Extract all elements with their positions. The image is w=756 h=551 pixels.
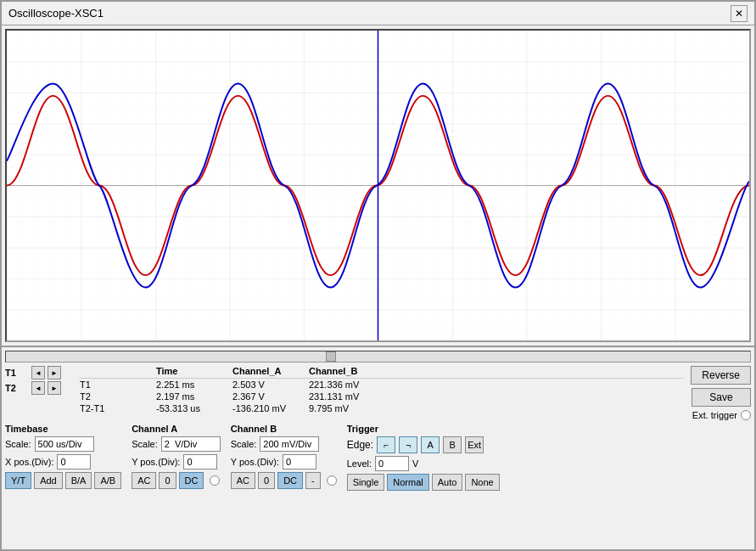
cha-scale-label: Scale: [132, 439, 158, 449]
trigger-group: Trigger Edge: ⌐ ¬ A B Ext Level: V Singl… [347, 424, 500, 491]
channel-a-title: Channel A [132, 424, 221, 434]
measurements-table: Time Channel_A Channel_B T1 2.251 ms 2.5… [80, 366, 684, 420]
oscilloscope-window: Oscilloscope-XSC1 ✕ [0, 0, 756, 551]
cursor-t1-right[interactable]: ► [48, 366, 61, 380]
trigger-title: Trigger [347, 424, 500, 434]
trigger-edge-row: Edge: ⌐ ¬ A B Ext [347, 436, 500, 453]
cursor-t2-right[interactable]: ► [48, 381, 61, 395]
timebase-title: Timebase [5, 424, 121, 434]
cha-scale-row: Scale: [132, 436, 221, 452]
t2-cha: 2.367 V [232, 391, 309, 402]
oscilloscope-screen [5, 29, 751, 342]
save-button[interactable]: Save [692, 388, 751, 407]
chb-dc-btn[interactable]: DC [277, 472, 303, 489]
chb-minus-btn[interactable]: - [305, 472, 321, 489]
waveform-display [7, 31, 749, 340]
close-button[interactable]: ✕ [731, 5, 748, 22]
cha-dc-btn[interactable]: DC [179, 472, 204, 489]
channel-b-group: Channel B Scale: Y pos.(Div): AC 0 DC - [231, 424, 337, 489]
controls-row: Timebase Scale: X pos.(Div): Y/T Add B/A… [5, 424, 751, 491]
cursors-panel: T1 ◄ ► T2 ◄ ► [5, 366, 73, 420]
channel-a-group: Channel A Scale: Y pos.(Div): AC 0 DC [132, 424, 221, 489]
meas-row-t1: T1 2.251 ms 2.503 V 221.336 mV [80, 379, 684, 391]
header-empty [80, 366, 156, 376]
timebase-modes: Y/T Add B/A A/B [5, 472, 121, 489]
timebase-group: Timebase Scale: X pos.(Div): Y/T Add B/A… [5, 424, 121, 489]
scrollbar[interactable] [5, 351, 751, 363]
timebase-ab-btn[interactable]: A/B [94, 472, 121, 489]
chb-scale-row: Scale: [231, 436, 337, 452]
t2-label: T2 [80, 391, 156, 402]
timebase-add-btn[interactable]: Add [34, 472, 63, 489]
reverse-button[interactable]: Reverse [691, 366, 751, 385]
cha-radio[interactable] [210, 475, 220, 486]
cha-ypos-row: Y pos.(Div): [132, 454, 221, 469]
cha-0-btn[interactable]: 0 [159, 472, 176, 489]
cha-ypos-label: Y pos.(Div): [132, 457, 180, 467]
timebase-scale-row: Scale: [5, 436, 121, 452]
cursor-t1-label: T1 [5, 368, 29, 378]
t1-time: 2.251 ms [156, 380, 232, 390]
cha-coupling: AC 0 DC [132, 472, 221, 489]
meas-row-t2: T2 2.197 ms 2.367 V 231.131 mV [80, 391, 684, 402]
window-title: Oscilloscope-XSC1 [8, 7, 104, 20]
trigger-edge-label: Edge: [347, 439, 373, 451]
cha-ac-btn[interactable]: AC [132, 472, 156, 489]
t2-time: 2.197 ms [156, 391, 232, 402]
trigger-level-label: Level: [347, 458, 372, 469]
scrollbar-thumb[interactable] [326, 351, 336, 362]
chb-0-btn[interactable]: 0 [258, 472, 275, 489]
t2t1-label: T2-T1 [80, 403, 156, 413]
cha-scale-input[interactable] [161, 436, 221, 452]
meas-header: Time Channel_A Channel_B [80, 366, 684, 379]
timebase-xpos-input[interactable] [57, 454, 91, 469]
trigger-falling-btn[interactable]: ¬ [399, 436, 417, 453]
timebase-scale-input[interactable] [35, 436, 94, 452]
trigger-none-btn[interactable]: None [465, 474, 499, 491]
t2t1-chb: 9.795 mV [309, 403, 385, 413]
trigger-src-b-btn[interactable]: B [443, 436, 462, 453]
chb-radio[interactable] [327, 475, 337, 486]
header-cha: Channel_A [232, 366, 309, 376]
cursor-t2-row: T2 ◄ ► [5, 381, 73, 395]
chb-scale-input[interactable] [260, 436, 319, 452]
trigger-rising-btn[interactable]: ⌐ [377, 436, 395, 453]
timebase-scale-label: Scale: [5, 439, 31, 449]
trigger-level-input[interactable] [375, 456, 409, 471]
measurements-row: T1 ◄ ► T2 ◄ ► Time Channel_A Channel_B [5, 366, 751, 420]
cursor-t2-left[interactable]: ◄ [31, 381, 45, 395]
chb-ypos-row: Y pos.(Div): [231, 454, 337, 469]
channel-b-title: Channel B [231, 424, 337, 434]
ext-trigger-row: Ext. trigger [692, 410, 751, 420]
cursor-t1-row: T1 ◄ ► [5, 366, 73, 380]
t1-chb: 221.336 mV [309, 380, 385, 390]
timebase-ba-btn[interactable]: B/A [65, 472, 92, 489]
ext-trigger-radio[interactable] [741, 410, 751, 420]
cha-ypos-input[interactable] [183, 454, 217, 469]
ext-trigger-label: Ext. trigger [692, 410, 737, 420]
bottom-panel: T1 ◄ ► T2 ◄ ► Time Channel_A Channel_B [2, 346, 754, 549]
t2-chb: 231.131 mV [309, 391, 385, 402]
chb-ypos-label: Y pos.(Div): [231, 457, 279, 467]
t2t1-cha: -136.210 mV [232, 403, 309, 413]
t2t1-time: -53.313 us [156, 403, 232, 413]
t1-label: T1 [80, 380, 156, 390]
trigger-single-btn[interactable]: Single [347, 474, 385, 491]
title-bar: Oscilloscope-XSC1 ✕ [2, 2, 754, 25]
chb-ypos-input[interactable] [283, 454, 316, 469]
timebase-yt-btn[interactable]: Y/T [5, 472, 31, 489]
trigger-src-ext-btn[interactable]: Ext [465, 436, 484, 453]
trigger-level-row: Level: V [347, 456, 500, 471]
trigger-auto-btn[interactable]: Auto [432, 474, 463, 491]
chb-scale-label: Scale: [231, 439, 257, 449]
timebase-xpos-row: X pos.(Div): [5, 454, 121, 469]
trigger-src-a-btn[interactable]: A [421, 436, 440, 453]
cursor-t1-left[interactable]: ◄ [31, 366, 45, 380]
chb-coupling: AC 0 DC - [231, 472, 337, 489]
right-buttons: Reverse Save Ext. trigger [691, 366, 751, 420]
t1-cha: 2.503 V [232, 380, 309, 390]
trigger-normal-btn[interactable]: Normal [387, 474, 428, 491]
header-time: Time [156, 366, 232, 376]
meas-row-t2t1: T2-T1 -53.313 us -136.210 mV 9.795 mV [80, 402, 684, 414]
chb-ac-btn[interactable]: AC [231, 472, 255, 489]
